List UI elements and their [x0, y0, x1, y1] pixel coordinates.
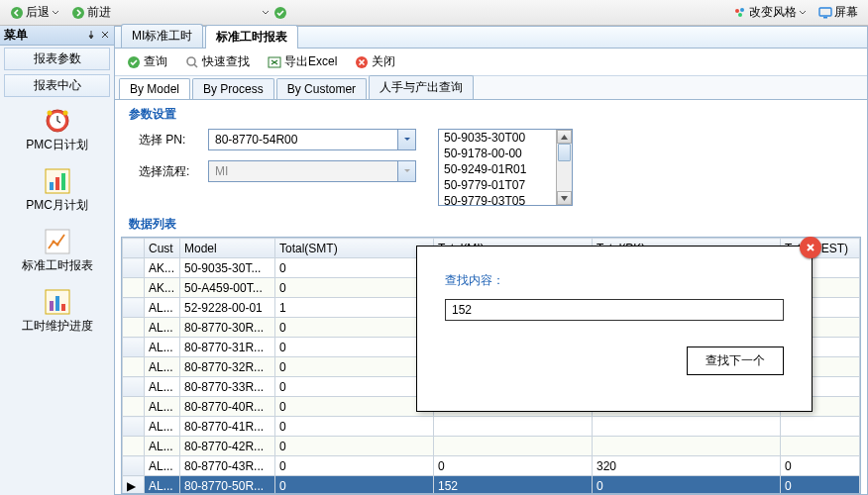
cell-test[interactable]: 0	[781, 476, 860, 495]
row-selector[interactable]	[123, 357, 145, 377]
cell-pk[interactable]: 0	[593, 476, 781, 495]
cell-smt[interactable]: 0	[275, 417, 434, 437]
tab-mi-std[interactable]: MI标准工时	[121, 24, 203, 48]
cell-cust[interactable]: AL...	[145, 298, 180, 318]
cell-cust[interactable]: AL...	[145, 357, 180, 377]
cell-model[interactable]: 80-8770-41R...	[180, 417, 275, 437]
cell-test[interactable]	[781, 437, 860, 456]
dropdown-icon[interactable]	[262, 9, 270, 17]
cell-model[interactable]: 80-8770-43R...	[180, 456, 275, 476]
cell-cust[interactable]: AK...	[145, 258, 180, 278]
col-smt[interactable]: Total(SMT)	[275, 239, 434, 258]
row-selector[interactable]	[123, 397, 145, 417]
cell-pk[interactable]	[593, 437, 781, 456]
dropdown-icon[interactable]	[52, 9, 59, 17]
row-selector[interactable]	[123, 278, 145, 298]
scrollbar[interactable]	[556, 130, 572, 205]
cell-cust[interactable]: AL...	[145, 377, 180, 397]
tab-std-report[interactable]: 标准工时报表	[205, 25, 298, 49]
cell-smt[interactable]: 0	[275, 397, 434, 417]
cell-test[interactable]	[781, 417, 860, 437]
cell-smt[interactable]: 0	[275, 437, 434, 456]
sidebar-group-reports[interactable]: 报表中心	[4, 74, 110, 97]
cell-smt[interactable]: 0	[275, 318, 434, 338]
table-row[interactable]: AL...80-8770-41R...0	[123, 417, 860, 437]
col-model[interactable]: Model	[180, 239, 275, 258]
cell-pk[interactable]	[593, 417, 781, 437]
sidebar-item-maintain[interactable]: 工时维护进度	[0, 280, 114, 341]
table-row[interactable]: AL...80-8770-43R...003200	[123, 456, 860, 476]
quick-find-button[interactable]: 快速查找	[181, 51, 254, 72]
cell-mi[interactable]	[434, 437, 593, 456]
row-selector[interactable]	[123, 318, 145, 338]
cell-model[interactable]: 80-8770-30R...	[180, 318, 275, 338]
cell-cust[interactable]: AL...	[145, 437, 180, 456]
cell-cust[interactable]: AL...	[145, 456, 180, 476]
cell-model[interactable]: 80-8770-32R...	[180, 357, 275, 377]
scroll-up-icon[interactable]	[557, 130, 572, 144]
row-selector[interactable]	[123, 456, 145, 476]
col-cust[interactable]: Cust	[145, 239, 180, 258]
cell-model[interactable]: 80-8770-31R...	[180, 338, 275, 357]
list-item[interactable]: 50-9035-30T00	[439, 130, 556, 146]
sidebar-item-pmc-daily[interactable]: PMC日计划	[0, 99, 114, 159]
cell-cust[interactable]: AL...	[145, 476, 180, 495]
scroll-down-icon[interactable]	[557, 191, 572, 205]
row-selector[interactable]	[123, 377, 145, 397]
list-item[interactable]: 50-9249-01R01	[439, 161, 556, 177]
scroll-thumb[interactable]	[558, 144, 571, 161]
subtab-by-process[interactable]: By Process	[192, 78, 274, 99]
cell-cust[interactable]: AK...	[145, 278, 180, 298]
cell-model[interactable]: 80-8770-50R...	[180, 476, 275, 495]
subtab-by-customer[interactable]: By Customer	[276, 78, 367, 99]
check-icon[interactable]	[273, 6, 287, 20]
close-button[interactable]: 关闭	[351, 51, 399, 72]
export-excel-button[interactable]: 导出Excel	[264, 51, 341, 72]
subtab-output-query[interactable]: 人手与产出查询	[369, 75, 474, 99]
cell-smt[interactable]: 0	[275, 377, 434, 397]
row-selector[interactable]	[123, 417, 145, 437]
cell-smt[interactable]: 0	[275, 338, 434, 357]
list-item[interactable]: 50-9779-01T07	[439, 177, 556, 193]
sidebar-item-std-hours[interactable]: 标准工时报表	[0, 220, 114, 280]
cell-model[interactable]: 80-8770-42R...	[180, 437, 275, 456]
cell-smt[interactable]: 0	[275, 278, 434, 298]
cell-model[interactable]: 80-8770-40R...	[180, 397, 275, 417]
list-item[interactable]: 50-9779-03T05	[439, 193, 556, 205]
dropdown-icon[interactable]	[799, 9, 807, 17]
back-button[interactable]: 后退	[6, 2, 63, 23]
cell-smt[interactable]: 1	[275, 298, 434, 318]
dialog-close-button[interactable]	[800, 237, 821, 258]
cell-smt[interactable]: 0	[275, 258, 434, 278]
cell-pk[interactable]: 320	[593, 456, 781, 476]
row-selector[interactable]	[123, 258, 145, 278]
change-style-button[interactable]: 改变风格	[729, 2, 811, 23]
sidebar-item-pmc-monthly[interactable]: PMC月计划	[0, 159, 114, 220]
table-row[interactable]: ▶AL...80-8770-50R...015200	[123, 476, 860, 495]
close-icon[interactable]	[100, 29, 110, 43]
row-selector[interactable]	[123, 338, 145, 357]
find-next-button[interactable]: 查找下一个	[687, 346, 784, 375]
row-selector[interactable]: ▶	[123, 476, 145, 495]
cell-cust[interactable]: AL...	[145, 397, 180, 417]
pin-icon[interactable]	[86, 29, 96, 43]
cell-model[interactable]: 50-9035-30T...	[180, 258, 275, 278]
list-item[interactable]: 50-9178-00-00	[439, 146, 556, 161]
table-row[interactable]: AL...80-8770-42R...0	[123, 437, 860, 456]
cell-test[interactable]: 0	[781, 456, 860, 476]
row-selector[interactable]	[123, 437, 145, 456]
cell-mi[interactable]	[434, 417, 593, 437]
subtab-by-model[interactable]: By Model	[119, 78, 190, 99]
cell-smt[interactable]: 0	[275, 456, 434, 476]
cell-model[interactable]: 52-9228-00-01	[180, 298, 275, 318]
cell-model[interactable]: 50-A459-00T...	[180, 278, 275, 298]
pn-combo[interactable]	[208, 129, 416, 150]
pn-input[interactable]	[209, 130, 397, 149]
cell-smt[interactable]: 0	[275, 476, 434, 495]
dropdown-icon[interactable]	[397, 130, 415, 149]
screen-button[interactable]: 屏幕	[814, 2, 862, 23]
cell-mi[interactable]: 0	[434, 456, 593, 476]
pn-listbox[interactable]: 50-9035-30T00 50-9178-00-00 50-9249-01R0…	[438, 129, 573, 206]
cell-model[interactable]: 80-8770-33R...	[180, 377, 275, 397]
forward-button[interactable]: 前进	[67, 2, 115, 23]
